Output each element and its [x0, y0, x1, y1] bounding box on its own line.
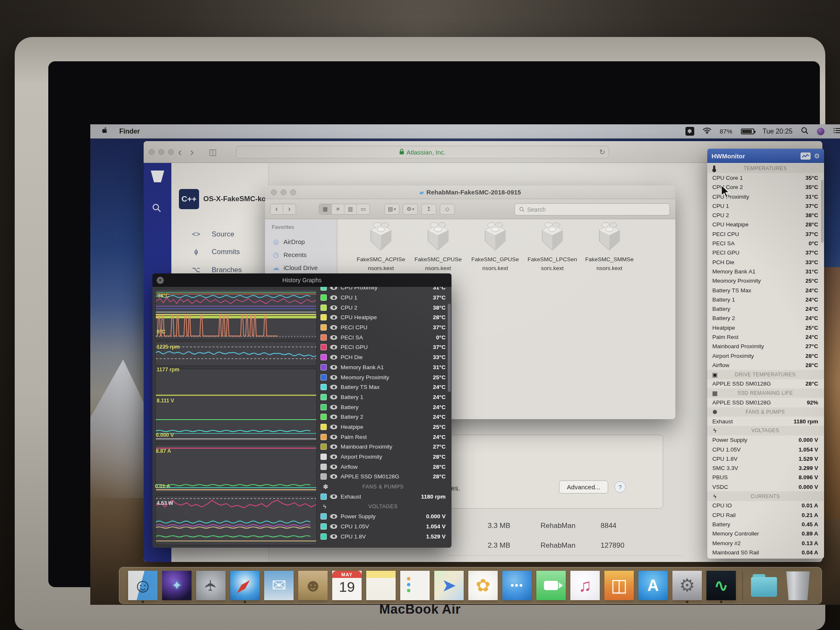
- tags-button[interactable]: ◇: [440, 204, 455, 215]
- dock-icon[interactable]: ☺: [127, 568, 159, 603]
- spotlight-icon[interactable]: [801, 127, 808, 136]
- dock-icon[interactable]: ➤: [433, 568, 465, 603]
- dock-icon[interactable]: ⚙: [671, 568, 703, 603]
- kext-file[interactable]: FakeSMC_LPCSensors.kext: [525, 221, 579, 273]
- eye-visibility-icon[interactable]: [330, 524, 337, 529]
- reload-icon[interactable]: ↻: [599, 148, 605, 157]
- url-bar[interactable]: Atlassian, Inc. ↻: [236, 146, 609, 158]
- eye-visibility-icon[interactable]: [330, 534, 337, 539]
- dock-icon[interactable]: ✉: [263, 568, 295, 603]
- dock-icon[interactable]: [535, 568, 567, 603]
- file-name: FakeSMC_ACPISensors.kext: [354, 255, 408, 273]
- dock-icon[interactable]: [748, 568, 780, 603]
- folder-icon: ▰: [420, 189, 424, 196]
- eye-visibility-icon[interactable]: [330, 514, 337, 519]
- dock-icon[interactable]: [365, 568, 397, 603]
- nav-buttons[interactable]: ‹ ›: [270, 204, 296, 215]
- repo-nav-item[interactable]: ϕ Commits: [192, 248, 268, 256]
- sidebar-item[interactable]: ☁ iCloud Drive: [272, 261, 337, 274]
- menu-app-name[interactable]: Finder: [119, 128, 140, 135]
- scrollbar[interactable]: [821, 180, 824, 243]
- dock-icon[interactable]: ♫: [569, 568, 601, 603]
- search-field[interactable]: Search: [514, 203, 670, 215]
- view-mode-buttons[interactable]: ▦ ≡ ▥ ▭: [319, 204, 370, 215]
- dock-icon[interactable]: [782, 568, 814, 603]
- kext-file[interactable]: FakeSMC_ACPISensors.kext: [354, 221, 408, 273]
- dock-icon[interactable]: [739, 568, 746, 603]
- battery-percentage: 87%: [720, 128, 732, 135]
- eye-visibility-icon[interactable]: [330, 375, 337, 380]
- scrollbar[interactable]: [448, 304, 451, 392]
- notification-center-icon[interactable]: [833, 127, 840, 136]
- share-button[interactable]: ↥: [421, 204, 436, 215]
- kext-file[interactable]: FakeSMC_GPUSensors.kext: [468, 221, 522, 273]
- eye-visibility-icon[interactable]: [330, 335, 337, 340]
- hwmonitor-menu-icon[interactable]: ✽: [685, 127, 694, 136]
- dock-icon[interactable]: ✿: [467, 568, 499, 603]
- advanced-button[interactable]: Advanced...: [559, 480, 608, 494]
- eye-visibility-icon[interactable]: [330, 415, 337, 419]
- eye-visibility-icon[interactable]: [330, 395, 337, 399]
- dock-icon[interactable]: •••: [501, 568, 533, 603]
- sidebar-item[interactable]: ◎ AirDrop: [272, 235, 337, 248]
- section-icon: ✽: [323, 483, 328, 491]
- eye-visibility-icon[interactable]: [330, 365, 337, 370]
- apple-menu-icon[interactable]: [101, 127, 108, 136]
- status-app-icon[interactable]: [817, 128, 824, 135]
- sidebar-item[interactable]: ◷ Recents: [272, 248, 337, 261]
- eye-visibility-icon[interactable]: [330, 325, 337, 330]
- eye-visibility-icon[interactable]: [330, 494, 337, 499]
- bitbucket-search-icon[interactable]: [152, 203, 161, 215]
- eye-visibility-icon[interactable]: [330, 405, 337, 410]
- bitbucket-logo[interactable]: [151, 171, 164, 182]
- dock-icon[interactable]: ∿: [705, 568, 737, 603]
- back-button[interactable]: ‹: [178, 148, 182, 156]
- dock-icon[interactable]: ◆: [229, 568, 261, 603]
- window-controls[interactable]: [149, 149, 174, 155]
- chart-button[interactable]: [801, 152, 811, 160]
- kext-file[interactable]: FakeSMC_SMMSensors.kext: [583, 221, 636, 273]
- group-button[interactable]: ▤▾: [384, 204, 399, 215]
- sidebar-toggle-icon[interactable]: ◫: [209, 147, 217, 157]
- eye-visibility-icon[interactable]: [330, 385, 337, 389]
- repo-avatar[interactable]: C++: [179, 189, 199, 209]
- dock-icon[interactable]: ◫: [603, 568, 635, 603]
- sensor-label: PCH Die: [341, 354, 430, 360]
- sensor-label: PECI SA: [712, 240, 808, 247]
- repo-nav-item[interactable]: <> Source: [192, 230, 268, 239]
- wifi-icon[interactable]: [703, 127, 711, 136]
- sensor-label: Mainboard S0 Rail: [712, 549, 802, 556]
- eye-visibility-icon[interactable]: [330, 444, 337, 449]
- repo-nav-item[interactable]: ⌥ Branches: [192, 265, 268, 274]
- eye-visibility-icon[interactable]: [330, 287, 337, 290]
- gear-icon[interactable]: ⚙: [814, 152, 820, 160]
- eye-visibility-icon[interactable]: [330, 465, 337, 469]
- menu-clock[interactable]: Tue 20:25: [763, 128, 793, 135]
- sidebar-item-label: AirDrop: [284, 238, 305, 245]
- eye-visibility-icon[interactable]: [330, 454, 337, 459]
- sensor-label: VSDC: [712, 484, 798, 490]
- kext-file[interactable]: FakeSMC_CPUSensors.kext: [411, 221, 465, 273]
- dock-icon[interactable]: ☻: [297, 568, 329, 603]
- eye-visibility-icon[interactable]: [330, 315, 337, 320]
- eye-visibility-icon[interactable]: [330, 295, 337, 300]
- dock-icon[interactable]: ✦: [161, 568, 193, 603]
- color-swatch: [320, 334, 327, 341]
- eye-visibility-icon[interactable]: [330, 305, 337, 310]
- dock-icon[interactable]: [399, 568, 431, 603]
- eye-visibility-icon[interactable]: [330, 345, 337, 349]
- download-date: [676, 321, 710, 340]
- eye-visibility-icon[interactable]: [330, 355, 337, 360]
- action-button[interactable]: ⚙▾: [403, 204, 418, 215]
- section-icon: ✽: [711, 409, 718, 415]
- eye-visibility-icon[interactable]: [330, 474, 337, 479]
- dock-icon[interactable]: A: [637, 568, 669, 603]
- dock-icon[interactable]: MAY 19: [331, 568, 363, 603]
- forward-button[interactable]: ›: [190, 148, 194, 156]
- eye-visibility-icon[interactable]: [330, 425, 337, 429]
- dock-icon[interactable]: ✈: [195, 568, 227, 603]
- help-button[interactable]: ?: [614, 481, 626, 493]
- eye-visibility-icon[interactable]: [330, 435, 337, 439]
- battery-icon[interactable]: [741, 129, 754, 134]
- sensor-row: Airport Proximity 28°C: [319, 452, 452, 462]
